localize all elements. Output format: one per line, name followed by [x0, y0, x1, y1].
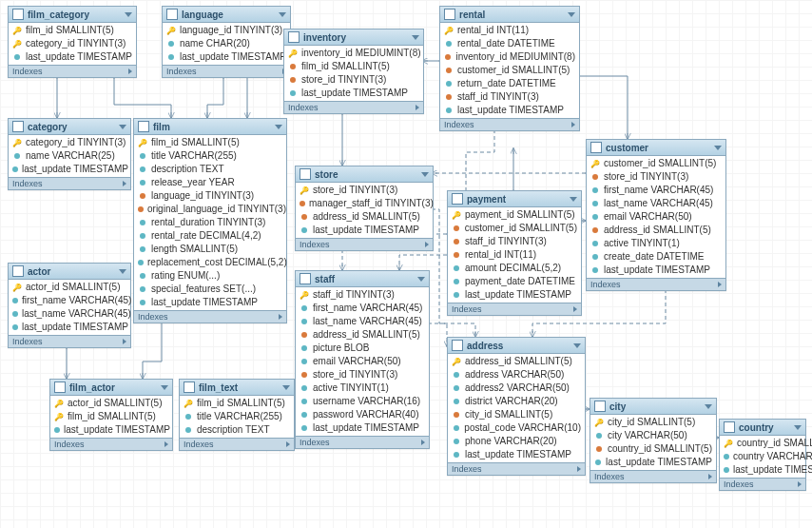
- table-film_text[interactable]: film_textfilm_id SMALLINT(5)title VARCHA…: [179, 379, 295, 451]
- column-row[interactable]: store_id TINYINT(3): [587, 170, 725, 184]
- column-row[interactable]: country_id SMALLINT(5): [590, 442, 716, 456]
- column-row[interactable]: last_update TIMESTAMP: [50, 423, 172, 437]
- column-row[interactable]: actor_id SMALLINT(5): [50, 397, 172, 410]
- column-row[interactable]: name CHAR(20): [163, 37, 290, 50]
- chevron-down-icon[interactable]: [282, 385, 290, 390]
- column-row[interactable]: return_date DATETIME: [440, 77, 579, 90]
- table-country[interactable]: countrycountry_id SMALLINT(5)country VAR…: [719, 419, 806, 491]
- table-film_actor[interactable]: film_actoractor_id SMALLINT(5)film_id SM…: [49, 379, 173, 451]
- column-row[interactable]: last_name VARCHAR(45): [587, 197, 725, 210]
- indexes-section[interactable]: Indexes: [284, 101, 423, 113]
- column-row[interactable]: length SMALLINT(5): [134, 243, 286, 256]
- chevron-down-icon[interactable]: [412, 35, 419, 40]
- column-row[interactable]: address_id SMALLINT(5): [587, 224, 725, 237]
- column-row[interactable]: film_id SMALLINT(5): [134, 136, 286, 149]
- column-row[interactable]: address_id SMALLINT(5): [448, 355, 585, 368]
- indexes-section[interactable]: Indexes: [296, 238, 433, 250]
- indexes-section[interactable]: Indexes: [448, 462, 585, 475]
- column-row[interactable]: payment_id SMALLINT(5): [448, 208, 581, 222]
- chevron-down-icon[interactable]: [794, 425, 802, 430]
- column-row[interactable]: last_update TIMESTAMP: [9, 50, 136, 64]
- column-row[interactable]: language_id TINYINT(3): [163, 24, 290, 37]
- indexes-section[interactable]: Indexes: [440, 118, 579, 130]
- column-row[interactable]: title VARCHAR(255): [180, 410, 294, 423]
- column-row[interactable]: title VARCHAR(255): [134, 149, 286, 163]
- column-row[interactable]: rental_duration TINYINT(3): [134, 216, 286, 229]
- chevron-down-icon[interactable]: [125, 12, 132, 17]
- chevron-right-icon[interactable]: [279, 314, 282, 320]
- column-row[interactable]: create_date DATETIME: [587, 250, 725, 264]
- chevron-right-icon[interactable]: [577, 466, 581, 472]
- indexes-section[interactable]: Indexes: [587, 278, 725, 290]
- column-row[interactable]: last_update TIMESTAMP: [296, 421, 429, 435]
- column-row[interactable]: film_id SMALLINT(5): [180, 397, 294, 410]
- column-row[interactable]: last_update TIMESTAMP: [163, 50, 290, 64]
- chevron-right-icon[interactable]: [421, 440, 425, 445]
- chevron-down-icon[interactable]: [275, 125, 282, 129]
- column-row[interactable]: rating ENUM(...): [134, 269, 286, 283]
- column-row[interactable]: store_id TINYINT(3): [296, 184, 433, 197]
- column-row[interactable]: inventory_id MEDIUMINT(8): [440, 50, 579, 64]
- column-row[interactable]: rental_rate DECIMAL(4,2): [134, 229, 286, 243]
- chevron-down-icon[interactable]: [714, 146, 722, 150]
- chevron-right-icon[interactable]: [571, 122, 575, 127]
- column-row[interactable]: phone VARCHAR(20): [448, 435, 585, 448]
- chevron-down-icon[interactable]: [119, 269, 126, 274]
- chevron-down-icon[interactable]: [568, 12, 575, 17]
- column-row[interactable]: username VARCHAR(16): [296, 395, 429, 408]
- indexes-section[interactable]: Indexes: [590, 470, 716, 482]
- relationship-connector[interactable]: [578, 76, 628, 139]
- column-row[interactable]: rental_date DATETIME: [440, 37, 579, 50]
- chevron-right-icon[interactable]: [416, 105, 419, 110]
- column-row[interactable]: city_id SMALLINT(5): [590, 416, 716, 429]
- table-payment[interactable]: paymentpayment_id SMALLINT(5)customer_id…: [447, 190, 582, 316]
- column-row[interactable]: name VARCHAR(25): [9, 149, 130, 163]
- table-header[interactable]: film_text: [180, 380, 294, 396]
- chevron-right-icon[interactable]: [798, 481, 802, 487]
- chevron-right-icon[interactable]: [164, 441, 168, 447]
- table-header[interactable]: city: [590, 399, 716, 415]
- er-diagram-canvas[interactable]: film_categoryfilm_id SMALLINT(5)category…: [0, 0, 812, 528]
- column-row[interactable]: address VARCHAR(50): [448, 368, 585, 381]
- table-header[interactable]: category: [9, 119, 130, 135]
- column-row[interactable]: first_name VARCHAR(45): [296, 302, 429, 315]
- chevron-right-icon[interactable]: [123, 181, 126, 186]
- column-row[interactable]: active TINYINT(1): [296, 381, 429, 395]
- column-row[interactable]: address_id SMALLINT(5): [296, 328, 429, 342]
- column-row[interactable]: last_update TIMESTAMP: [448, 448, 585, 461]
- indexes-section[interactable]: Indexes: [9, 335, 130, 347]
- column-row[interactable]: category_id TINYINT(3): [9, 136, 130, 149]
- column-row[interactable]: last_name VARCHAR(45): [9, 307, 130, 321]
- indexes-section[interactable]: Indexes: [9, 65, 136, 77]
- column-row[interactable]: active TINYINT(1): [587, 237, 725, 250]
- table-header[interactable]: country: [720, 420, 805, 436]
- column-row[interactable]: special_features SET(...): [134, 283, 286, 296]
- indexes-section[interactable]: Indexes: [9, 177, 130, 189]
- column-row[interactable]: email VARCHAR(50): [587, 210, 725, 224]
- table-header[interactable]: language: [163, 7, 290, 23]
- column-row[interactable]: description TEXT: [180, 423, 294, 437]
- column-row[interactable]: film_id SMALLINT(5): [284, 60, 423, 73]
- table-staff[interactable]: staffstaff_id TINYINT(3)first_name VARCH…: [295, 270, 430, 449]
- table-city[interactable]: citycity_id SMALLINT(5)city VARCHAR(50)c…: [590, 398, 717, 483]
- relationship-connector[interactable]: [114, 78, 171, 118]
- indexes-section[interactable]: Indexes: [296, 436, 429, 448]
- indexes-section[interactable]: Indexes: [163, 65, 290, 77]
- table-header[interactable]: inventory: [284, 29, 423, 46]
- table-header[interactable]: rental: [440, 7, 579, 23]
- column-row[interactable]: manager_staff_id TINYINT(3): [296, 197, 433, 210]
- chevron-right-icon[interactable]: [573, 306, 577, 312]
- column-row[interactable]: staff_id TINYINT(3): [296, 288, 429, 302]
- chevron-right-icon[interactable]: [286, 441, 290, 447]
- column-row[interactable]: picture BLOB: [296, 342, 429, 355]
- column-row[interactable]: country VARCHAR(50): [720, 450, 805, 463]
- column-row[interactable]: film_id SMALLINT(5): [9, 24, 136, 37]
- column-row[interactable]: password VARCHAR(40): [296, 408, 429, 421]
- column-row[interactable]: last_update TIMESTAMP: [590, 456, 716, 469]
- chevron-down-icon[interactable]: [279, 12, 286, 17]
- column-row[interactable]: replacement_cost DECIMAL(5,2): [134, 256, 286, 269]
- column-row[interactable]: country_id SMALLINT(5): [720, 437, 805, 450]
- column-row[interactable]: original_language_id TINYINT(3): [134, 203, 286, 216]
- column-row[interactable]: last_update TIMESTAMP: [134, 296, 286, 309]
- column-row[interactable]: last_name VARCHAR(45): [296, 315, 429, 328]
